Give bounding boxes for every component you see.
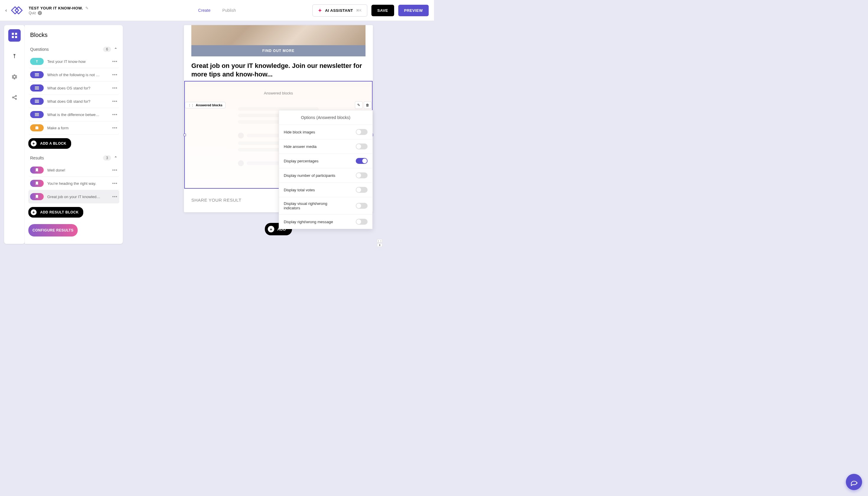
toggle-display-participants[interactable] [356,172,368,178]
results-label: Results [30,156,103,160]
options-title: Options (Answered blocks) [279,110,372,125]
option-row: Display percentages [279,154,372,168]
question-item[interactable]: What is the difference betwe… ••• [28,108,119,121]
toggle-visual-indicators[interactable] [356,203,368,209]
sparkle-icon: ✦ [318,8,322,13]
block-label: Make a form [47,126,109,130]
share-label: SHARE YOUR RESULT [191,198,242,203]
option-label: Display total votes [284,188,315,192]
ai-assistant-button[interactable]: ✦ AI ASSISTANT ⌘K [312,4,367,17]
answered-blocks-tag[interactable]: ⋮⋮ Answered blocks [185,102,226,108]
option-row: Display visual right/wrong indicators [279,197,372,215]
option-row: Hide block images [279,125,372,139]
questions-count: 6 [103,47,111,52]
delete-section-button[interactable]: 🗑 [364,101,371,109]
options-panel: Options (Answered blocks) Hide block ima… [279,110,373,229]
svg-rect-15 [35,102,39,103]
svg-point-5 [12,97,14,98]
more-icon[interactable]: ••• [112,99,118,104]
rail-design[interactable] [8,50,21,62]
title-block: TEST YOUR IT KNOW-HOW. ✎ Quiz i [29,6,89,15]
question-item[interactable]: What does GB stand for? ••• [28,95,119,108]
plus-icon: + [31,209,36,215]
svg-rect-14 [35,101,39,102]
resize-handle[interactable]: ⇕ [377,243,382,247]
results-list: Well done! ••• You're heading the right … [25,164,123,203]
find-out-button[interactable]: FIND OUT MORE [191,45,366,57]
svg-rect-17 [35,114,39,115]
option-row: Display total votes [279,183,372,197]
results-count: 3 [103,155,111,160]
block-label: What is the difference betwe… [47,112,109,117]
question-item[interactable]: What does OS stand for? ••• [28,81,119,95]
toggle-display-percentages[interactable] [356,158,368,164]
svg-rect-8 [35,74,39,75]
more-icon[interactable]: ••• [112,86,118,90]
svg-rect-9 [35,76,39,76]
block-type-icon [30,98,44,105]
move-handle[interactable]: ⋮⋮ [377,239,382,243]
option-label: Hide block images [284,130,315,134]
result-item[interactable]: Well done! ••• [28,164,119,177]
block-label: Which of the following is not … [47,73,109,77]
save-button[interactable]: SAVE [371,5,394,16]
more-icon[interactable]: ••• [112,168,118,172]
result-item[interactable]: You're heading the right way. ••• [28,177,119,190]
add-result-button[interactable]: + ADD RESULT BLOCK [28,207,83,218]
add-block-button[interactable]: + ADD A BLOCK [28,138,71,149]
result-headline[interactable]: Great job on your IT knowledge. Join our… [184,57,373,81]
tab-publish[interactable]: Publish [222,8,236,13]
toggle-hide-block-images[interactable] [356,129,368,135]
question-item[interactable]: Which of the following is not … ••• [28,68,119,81]
more-icon[interactable]: ••• [112,72,118,77]
toggle-right-wrong-message[interactable] [356,219,368,225]
toggle-display-total-votes[interactable] [356,187,368,193]
option-label: Display percentages [284,159,319,163]
svg-rect-0 [12,33,14,35]
option-label: Hide answer media [284,144,316,149]
rail-blocks[interactable] [8,29,21,42]
block-type-icon [30,180,44,187]
ai-shortcut: ⌘K [356,9,362,12]
more-icon[interactable]: ••• [112,59,118,64]
question-item[interactable]: Make a form ••• [28,121,119,135]
block-label: What does OS stand for? [47,86,109,90]
question-item[interactable]: T Test your IT know-how ••• [28,55,119,68]
svg-rect-13 [35,100,39,100]
more-icon[interactable]: ••• [112,181,118,186]
rail-settings[interactable] [8,71,21,83]
block-type-icon [30,111,44,118]
svg-point-6 [15,98,17,99]
back-button[interactable]: ‹ [5,8,7,13]
option-label: Display visual right/wrong indicators [284,201,343,210]
hero-image [191,25,366,45]
preview-button[interactable]: PREVIEW [398,5,429,16]
info-icon[interactable]: i [38,11,42,15]
questions-section-header[interactable]: Questions 6 ⌃ [25,44,123,55]
svg-rect-18 [35,115,39,116]
result-item[interactable]: Great job on your IT knowled… ••• [28,190,119,203]
more-icon[interactable]: ••• [112,194,118,199]
block-label: What does GB stand for? [47,99,109,104]
svg-rect-2 [12,36,14,38]
more-icon[interactable]: ••• [112,125,118,130]
toggle-hide-answer-media[interactable] [356,143,368,150]
add-block-label: ADD A BLOCK [40,141,66,145]
edit-section-button[interactable]: ✎ [355,101,362,109]
page-subtitle: Quiz [29,11,36,15]
plus-icon: + [268,226,274,232]
svg-rect-11 [35,88,39,88]
sidebar-title: Blocks [25,25,123,44]
tab-create[interactable]: Create [198,8,211,13]
drag-handle-icon[interactable]: ⋮⋮ [188,104,194,107]
rail-share[interactable] [8,91,21,104]
add-result-label: ADD RESULT BLOCK [40,210,79,214]
svg-rect-1 [15,33,17,35]
app-logo[interactable] [9,5,24,16]
option-label: Display number of participants [284,173,336,178]
more-icon[interactable]: ••• [112,112,118,117]
results-section-header[interactable]: Results 3 ⌃ [25,152,123,164]
edit-title-icon[interactable]: ✎ [85,6,89,10]
block-type-icon [30,71,44,78]
configure-results-button[interactable]: CONFIGURE RESULTS [28,224,78,236]
